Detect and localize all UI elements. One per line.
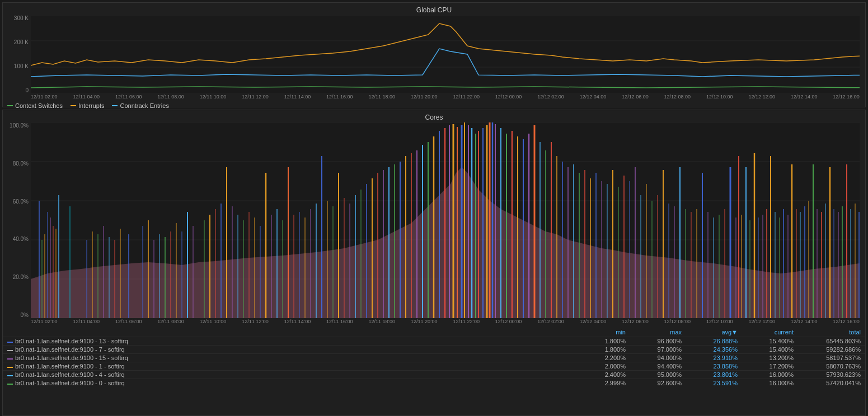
cores-y-80: 80.0% — [13, 160, 29, 167]
table-row: br0.nat-1.lan.selfnet.de:9100 - 15 - sof… — [3, 353, 865, 362]
global-cpu-svg — [31, 15, 860, 93]
row-max-3: 94.400% — [626, 363, 682, 370]
row-max-1: 97.000% — [626, 346, 682, 353]
cores-x-13: 12/12 04:00 — [580, 319, 607, 324]
row-color-1 — [7, 350, 13, 351]
cores-x-14: 12/12 06:00 — [622, 319, 649, 324]
global-cpu-chart: Global CPU 300 K 200 K 100 K 0 — [2, 2, 866, 107]
x-label-10: 12/11 22:00 — [453, 94, 480, 100]
x-label-13: 12/12 04:00 — [580, 94, 607, 100]
row-total-5: 57420.041% — [794, 380, 861, 386]
legend-interrupts-label: Interrupts — [78, 102, 104, 109]
table-row: br0.nat-1.lan.selfnet.de:9100 - 4 - soft… — [3, 370, 865, 379]
table-row: br0.nat-1.lan.selfnet.de:9100 - 1 - soft… — [3, 362, 865, 370]
row-name-3: br0.nat-1.lan.selfnet.de:9100 - 1 - soft… — [7, 363, 570, 370]
row-color-2 — [7, 358, 13, 360]
row-max-4: 95.000% — [626, 371, 682, 378]
x-label-17: 12/12 12:00 — [748, 94, 775, 100]
row-min-1: 1.800% — [570, 346, 626, 353]
row-name-0: br0.nat-1.lan.selfnet.de:9100 - 13 - sof… — [7, 338, 570, 344]
row-current-2: 13.200% — [738, 354, 794, 361]
cores-x-4: 12/11 10:00 — [200, 319, 227, 324]
row-current-5: 16.000% — [738, 380, 794, 386]
table-row: br0.nat-1.lan.selfnet.de:9100 - 0 - soft… — [3, 379, 865, 387]
cores-x-3: 12/11 08:00 — [157, 319, 184, 324]
legend-context-switches: Context Switches — [7, 102, 63, 109]
x-label-9: 12/11 20:00 — [411, 94, 438, 100]
row-min-0: 1.800% — [570, 338, 626, 344]
x-label-1: 12/11 04:00 — [73, 94, 100, 100]
row-current-0: 15.400% — [738, 338, 794, 344]
row-name-5: br0.nat-1.lan.selfnet.de:9100 - 0 - soft… — [7, 380, 570, 386]
table-row: br0.nat-1.lan.selfnet.de:9100 - 13 - sof… — [3, 337, 865, 345]
row-avg-1: 24.356% — [682, 346, 738, 353]
legend-interrupts: Interrupts — [71, 102, 104, 109]
cores-x-19: 12/12 16:00 — [833, 319, 860, 324]
y-label-200k: 200 K — [14, 39, 29, 45]
row-color-0 — [7, 342, 13, 343]
y-label-300k: 300 K — [14, 15, 29, 21]
col-header-name — [7, 329, 570, 335]
row-min-3: 2.000% — [570, 363, 626, 370]
x-label-5: 12/11 12:00 — [242, 94, 269, 100]
context-switches-color — [7, 105, 13, 106]
cores-y-0: 0% — [21, 312, 29, 318]
svg-rect-0 — [31, 15, 860, 93]
cores-y-60: 60.0% — [13, 198, 29, 205]
row-max-2: 94.000% — [626, 354, 682, 361]
cores-y-20: 20.0% — [13, 274, 29, 280]
row-total-4: 57930.623% — [794, 371, 861, 378]
legend-conntrack: Conntrack Entries — [112, 102, 168, 109]
row-current-1: 15.400% — [738, 346, 794, 353]
row-total-3: 58070.763% — [794, 363, 861, 370]
cores-x-7: 12/11 16:00 — [326, 319, 353, 324]
x-label-11: 12/12 00:00 — [495, 94, 522, 100]
row-avg-4: 23.801% — [682, 371, 738, 378]
conntrack-color — [112, 105, 118, 106]
cores-x-0: 12/11 02:00 — [31, 319, 58, 324]
cores-title: Cores — [3, 110, 865, 122]
legend-context-switches-label: Context Switches — [15, 102, 63, 109]
cores-x-18: 12/12 14:00 — [791, 319, 818, 324]
col-header-avg: avg▼ — [682, 329, 738, 335]
row-avg-0: 26.888% — [682, 338, 738, 344]
col-header-current: current — [738, 329, 794, 335]
row-avg-5: 23.591% — [682, 380, 738, 386]
col-header-total: total — [794, 329, 861, 335]
cores-x-12: 12/12 02:00 — [537, 319, 564, 324]
row-name-2: br0.nat-1.lan.selfnet.de:9100 - 15 - sof… — [7, 354, 570, 361]
cores-table: min max avg▼ current total br0.nat-1.lan… — [3, 328, 865, 387]
cores-x-5: 12/11 12:00 — [242, 319, 269, 324]
cores-x-1: 12/11 04:00 — [73, 319, 100, 324]
cores-x-15: 12/12 08:00 — [664, 319, 691, 324]
row-current-3: 17.200% — [738, 363, 794, 370]
table-row: br0.nat-1.lan.selfnet.de:9100 - 7 - soft… — [3, 345, 865, 353]
x-label-2: 12/11 06:00 — [115, 94, 142, 100]
cores-chart: Cores 100.0% 80.0% 60.0% 40.0% 20.0% 0% — [2, 110, 866, 416]
y-label-100k: 100 K — [14, 63, 29, 69]
x-label-7: 12/11 16:00 — [326, 94, 353, 100]
cores-svg — [31, 122, 860, 318]
x-label-3: 12/11 08:00 — [157, 94, 184, 100]
cores-x-17: 12/12 12:00 — [748, 319, 775, 324]
cores-x-6: 12/11 14:00 — [284, 319, 311, 324]
x-label-4: 12/11 10:00 — [200, 94, 227, 100]
row-color-4 — [7, 375, 13, 376]
x-label-19: 12/12 16:00 — [833, 94, 860, 100]
global-cpu-title: Global CPU — [3, 3, 865, 15]
legend-conntrack-label: Conntrack Entries — [120, 102, 168, 109]
row-name-1: br0.nat-1.lan.selfnet.de:9100 - 7 - soft… — [7, 346, 570, 353]
cores-y-100: 100.0% — [10, 122, 29, 129]
x-label-12: 12/12 02:00 — [537, 94, 564, 100]
x-label-18: 12/12 14:00 — [791, 94, 818, 100]
cores-y-40: 40.0% — [13, 236, 29, 242]
x-label-14: 12/12 06:00 — [622, 94, 649, 100]
row-total-0: 65445.803% — [794, 338, 861, 344]
row-total-2: 58197.537% — [794, 354, 861, 361]
row-name-4: br0.nat-1.lan.selfnet.de:9100 - 4 - soft… — [7, 371, 570, 378]
interrupts-color — [71, 105, 76, 106]
row-total-1: 59282.686% — [794, 346, 861, 353]
table-header-row: min max avg▼ current total — [3, 328, 865, 337]
row-max-5: 92.600% — [626, 380, 682, 386]
row-min-5: 2.999% — [570, 380, 626, 386]
